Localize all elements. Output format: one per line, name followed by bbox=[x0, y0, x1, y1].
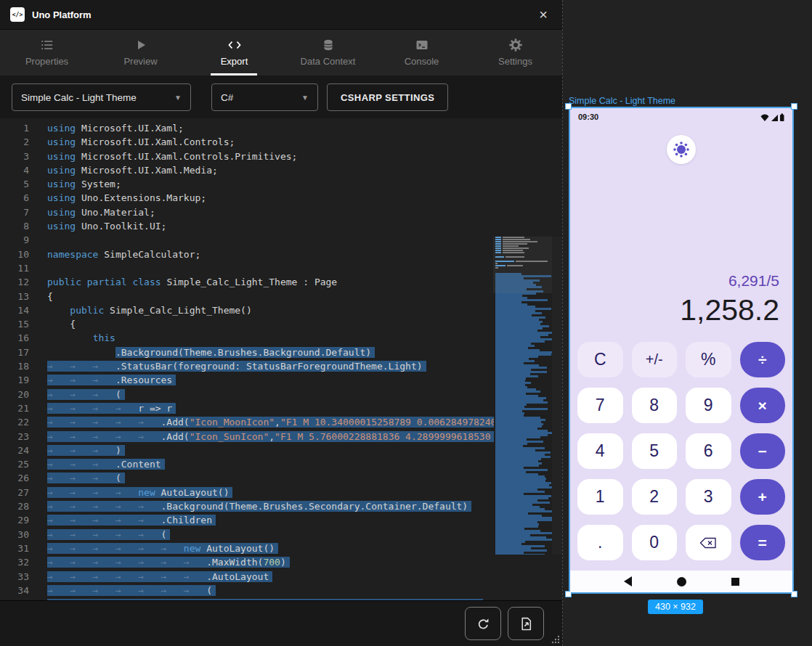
battery-icon bbox=[780, 113, 784, 121]
tab-console[interactable]: Console bbox=[375, 30, 468, 75]
tab-export[interactable]: Export bbox=[187, 30, 281, 75]
display-result: 1,258.2 bbox=[583, 295, 779, 326]
home-icon bbox=[677, 577, 686, 586]
uno-platform-plugin-window: </> Uno Platform × PropertiesPreviewExpo… bbox=[0, 0, 563, 646]
close-icon[interactable]: × bbox=[535, 7, 552, 22]
calc-key-3: 3 bbox=[686, 479, 731, 515]
code-editor[interactable]: 1using Microsoft.UI.Xaml;2using Microsof… bbox=[0, 118, 562, 600]
calc-key-5: 5 bbox=[632, 433, 678, 469]
code-line: 10namespace SimpleCalculator; bbox=[0, 248, 494, 261]
component-select[interactable]: Simple Calc - Light Theme ▼ bbox=[12, 83, 191, 111]
code-line: 26→ → → ( bbox=[0, 471, 494, 485]
code-line: 21→ → → → r => r bbox=[0, 401, 494, 415]
code-line: 4using Microsoft.UI.Xaml.Media; bbox=[0, 163, 494, 177]
theme-toggle-row bbox=[570, 135, 792, 164]
code-line: 29→ → → → → .Children bbox=[0, 513, 494, 527]
preview-frame[interactable]: 09:30 6,291/5 1,258.2 C+/-%÷ bbox=[569, 107, 794, 594]
calculator-keypad: C+/-%÷789×456−123+.0= bbox=[570, 335, 792, 571]
code-icon bbox=[228, 38, 241, 52]
export-file-icon bbox=[519, 617, 533, 631]
calc-key-.: . bbox=[577, 525, 623, 560]
screen: </> Uno Platform × PropertiesPreviewExpo… bbox=[0, 0, 812, 646]
code-line: 5using System; bbox=[0, 177, 494, 191]
calc-key-7: 7 bbox=[577, 388, 623, 423]
database-icon bbox=[322, 38, 335, 52]
code-line: 9 bbox=[0, 233, 494, 247]
signal-icon bbox=[771, 115, 778, 121]
language-select[interactable]: C# ▼ bbox=[211, 83, 318, 111]
refresh-button[interactable] bbox=[465, 607, 501, 640]
status-time: 09:30 bbox=[578, 113, 598, 121]
csharp-settings-button[interactable]: CSHARP SETTINGS bbox=[327, 83, 448, 111]
calc-key-9: 9 bbox=[686, 388, 731, 423]
code-line: 30→ → → → → ( bbox=[0, 528, 494, 541]
list-icon bbox=[41, 38, 54, 52]
calc-key-2: 2 bbox=[632, 479, 678, 515]
code-line: 8using Uno.Toolkit.UI; bbox=[0, 219, 494, 233]
code-line: 15 { bbox=[0, 317, 494, 331]
code-line: 16 this bbox=[0, 331, 494, 345]
code-line: 34→ → → → → → → ( bbox=[0, 584, 494, 597]
calculator-app-preview: 09:30 6,291/5 1,258.2 C+/-%÷ bbox=[570, 108, 792, 592]
calc-key-C: C bbox=[577, 342, 623, 377]
calc-key-÷: ÷ bbox=[740, 342, 786, 377]
design-canvas[interactable]: Simple Calc - Light Theme 09:30 bbox=[563, 0, 812, 646]
frame-label[interactable]: Simple Calc - Light Theme bbox=[569, 96, 675, 106]
tab-properties[interactable]: Properties bbox=[0, 30, 94, 75]
code-line: 19→ → → .Resources bbox=[0, 373, 494, 387]
code-line: 1using Microsoft.UI.Xaml; bbox=[0, 121, 494, 135]
titlebar: </> Uno Platform × bbox=[0, 0, 562, 30]
code-line: 13{ bbox=[0, 290, 494, 303]
export-toolbar: Simple Calc - Light Theme ▼ C# ▼ CSHARP … bbox=[0, 75, 562, 119]
code-line: 32→ → → → → → → .MaxWidth(700) bbox=[0, 555, 494, 569]
code-line: 3using Microsoft.UI.Xaml.Controls.Primit… bbox=[0, 150, 494, 163]
backspace-icon bbox=[699, 537, 717, 549]
scrollbar[interactable] bbox=[552, 237, 562, 555]
tab-bar: PropertiesPreviewExportData ContextConso… bbox=[0, 30, 562, 75]
export-file-button[interactable] bbox=[508, 607, 544, 640]
code-line: 6using Uno.Extensions.Markup; bbox=[0, 191, 494, 205]
uno-platform-logo-icon: </> bbox=[10, 7, 25, 22]
console-icon bbox=[415, 38, 429, 52]
android-nav-bar bbox=[570, 571, 792, 592]
tab-settings[interactable]: Settings bbox=[468, 30, 562, 75]
calc-key-8: 8 bbox=[632, 388, 678, 423]
window-title: Uno Platform bbox=[32, 9, 92, 20]
calc-key-1: 1 bbox=[577, 479, 623, 515]
back-icon bbox=[624, 576, 632, 586]
wifi-icon bbox=[760, 113, 769, 121]
recents-icon bbox=[731, 578, 739, 586]
calc-key-0: 0 bbox=[632, 525, 678, 560]
code-line: 18→ → → .StatusBar(foreground: StatusBar… bbox=[0, 359, 494, 373]
code-line: 23→ → → → → .Add("Icon_SunIcon","F1 M 5.… bbox=[0, 430, 494, 443]
code-line: 7using Uno.Material; bbox=[0, 205, 494, 219]
calculator-display: 6,291/5 1,258.2 bbox=[570, 272, 792, 335]
language-select-value: C# bbox=[221, 92, 233, 103]
calc-key-+/-: +/- bbox=[632, 342, 678, 377]
code-line: 17 .Background(Theme.Brushes.Background.… bbox=[0, 346, 494, 359]
status-icons bbox=[760, 113, 784, 121]
code-line: 31→ → → → → → new AutoLayout() bbox=[0, 541, 494, 555]
minimap[interactable] bbox=[493, 237, 552, 555]
code-line: 14 public Simple_Calc_Light_Theme() bbox=[0, 303, 494, 317]
calc-key-−: − bbox=[740, 433, 786, 469]
calc-key-4: 4 bbox=[577, 433, 623, 469]
chevron-down-icon: ▼ bbox=[301, 94, 309, 102]
gear-icon bbox=[509, 38, 522, 52]
phone-status-bar: 09:30 bbox=[570, 108, 792, 126]
sun-icon bbox=[677, 145, 686, 154]
code-line: 12public partial class Simple_Calc_Light… bbox=[0, 275, 494, 289]
chevron-down-icon: ▼ bbox=[174, 94, 182, 102]
tab-preview[interactable]: Preview bbox=[94, 30, 187, 75]
refresh-icon bbox=[476, 617, 490, 631]
calc-key-%: % bbox=[686, 342, 731, 377]
bottom-action-bar bbox=[0, 600, 562, 646]
calc-key-×: × bbox=[740, 388, 786, 423]
code-line: 2using Microsoft.UI.Xaml.Controls; bbox=[0, 135, 494, 149]
code-line: 11 bbox=[0, 261, 494, 275]
size-badge: 430 × 932 bbox=[648, 600, 703, 614]
resize-grip[interactable] bbox=[549, 633, 561, 645]
tab-data-context[interactable]: Data Context bbox=[281, 30, 375, 75]
code-line: 28→ → → → → .Background(Theme.Brushes.Se… bbox=[0, 499, 494, 513]
calc-key-6: 6 bbox=[686, 433, 731, 469]
